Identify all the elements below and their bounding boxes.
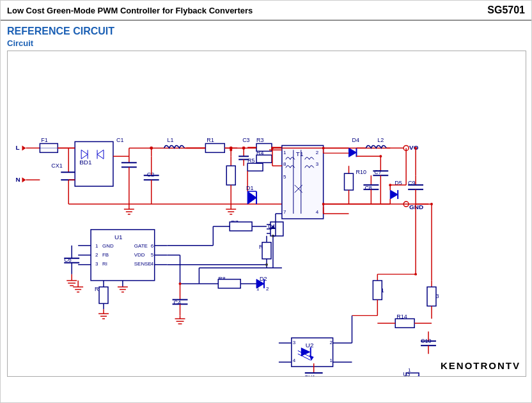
svg-text:N: N: [16, 176, 20, 183]
svg-text:C2: C2: [147, 171, 154, 178]
svg-point-302: [271, 146, 274, 149]
svg-rect-148: [99, 287, 108, 304]
header-title: Low Cost Green-Mode PWM Controller for F…: [7, 6, 253, 15]
svg-text:SENSE: SENSE: [134, 261, 152, 267]
svg-text:C3: C3: [242, 137, 249, 143]
svg-point-40: [150, 146, 153, 150]
svg-text:3: 3: [95, 261, 98, 267]
svg-text:8: 8: [283, 161, 286, 167]
section-main-title: REFERENCE CIRCUIT: [7, 26, 525, 37]
svg-rect-56: [256, 155, 272, 162]
svg-point-265: [414, 273, 417, 276]
svg-text:U2: U2: [306, 342, 314, 349]
svg-rect-176: [345, 173, 354, 190]
svg-text:D4: D4: [352, 137, 359, 143]
svg-point-65: [242, 146, 246, 150]
svg-text:1: 1: [283, 150, 286, 155]
header-part-number: SG5701: [487, 4, 525, 16]
svg-rect-211: [395, 319, 414, 328]
svg-text:R1: R1: [207, 137, 214, 143]
svg-text:1: 1: [95, 243, 98, 249]
svg-text:RI: RI: [102, 261, 107, 267]
svg-rect-208: [427, 287, 436, 306]
svg-text:CY1: CY1: [304, 374, 315, 376]
svg-text:T1: T1: [296, 150, 304, 157]
svg-text:2: 2: [266, 286, 269, 292]
svg-text:VO: VO: [409, 144, 419, 151]
svg-marker-4: [22, 145, 26, 150]
svg-rect-47: [226, 166, 235, 185]
svg-text:1: 1: [256, 286, 260, 292]
svg-text:FB: FB: [102, 252, 109, 258]
svg-rect-95: [262, 242, 271, 259]
svg-text:6: 6: [151, 243, 154, 249]
svg-rect-42: [205, 143, 224, 152]
svg-text:5: 5: [283, 174, 286, 180]
svg-text:F1: F1: [41, 137, 47, 143]
svg-text:4: 4: [151, 261, 154, 267]
section-sub-title: Circuit: [7, 38, 525, 48]
svg-text:L2: L2: [377, 137, 384, 143]
svg-marker-184: [390, 190, 398, 199]
svg-text:L: L: [16, 144, 20, 151]
svg-text:1: 1: [330, 358, 333, 363]
svg-point-290: [179, 283, 182, 285]
svg-text:D2: D2: [260, 276, 267, 282]
svg-text:7: 7: [283, 209, 286, 215]
svg-text:2: 2: [330, 340, 333, 345]
watermark: KENOTRONTV: [441, 360, 520, 371]
svg-text:R3: R3: [256, 137, 263, 143]
svg-text:C6: C6: [64, 257, 71, 263]
circuit-diagram: L N F1 CX1: [7, 51, 526, 377]
svg-text:2: 2: [316, 150, 319, 155]
svg-text:VDD: VDD: [134, 252, 145, 258]
svg-rect-204: [373, 281, 382, 300]
svg-text:C1: C1: [116, 137, 123, 143]
header: Low Cost Green-Mode PWM Controller for F…: [1, 1, 531, 20]
svg-text:2: 2: [95, 252, 98, 258]
page-container: Low Cost Green-Mode PWM Controller for F…: [0, 0, 532, 403]
svg-text:D1: D1: [246, 185, 253, 191]
svg-marker-159: [348, 148, 356, 157]
svg-marker-5: [22, 177, 26, 182]
svg-text:R10: R10: [356, 169, 366, 175]
svg-text:BD1: BD1: [79, 159, 92, 166]
svg-marker-67: [247, 191, 256, 204]
svg-point-197: [414, 146, 417, 149]
content-area: REFERENCE CIRCUIT Circuit L N: [1, 20, 531, 382]
svg-point-292: [265, 264, 268, 266]
svg-text:L1: L1: [168, 137, 174, 143]
svg-text:GND: GND: [102, 243, 114, 249]
svg-rect-115: [91, 230, 155, 281]
svg-text:4: 4: [316, 209, 319, 215]
svg-text:CX1: CX1: [51, 162, 62, 169]
svg-text:3: 3: [293, 340, 296, 345]
svg-text:5: 5: [151, 252, 154, 258]
svg-rect-98: [218, 280, 240, 288]
svg-text:U1: U1: [114, 233, 123, 241]
svg-text:3: 3: [316, 161, 319, 167]
svg-text:1: 1: [408, 367, 411, 373]
svg-text:GATE: GATE: [134, 243, 148, 249]
svg-rect-58: [247, 163, 263, 171]
svg-rect-90: [230, 222, 252, 231]
svg-text:4: 4: [293, 358, 296, 363]
